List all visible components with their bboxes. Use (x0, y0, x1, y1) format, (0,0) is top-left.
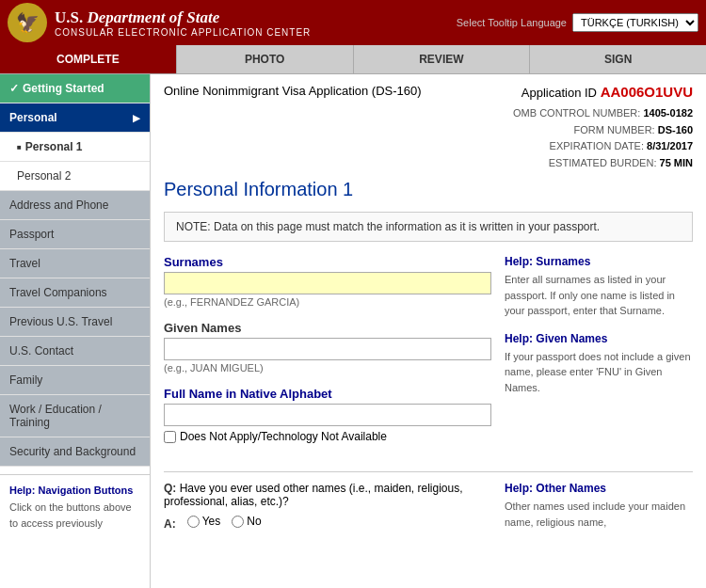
surnames-input[interactable] (164, 272, 491, 294)
no-option[interactable]: No (232, 515, 261, 528)
app-id-area: Application ID AA006O1UVU (521, 84, 693, 100)
no-radio[interactable] (232, 516, 244, 528)
tab-photo[interactable]: PHOTO (177, 45, 354, 73)
native-name-group: Full Name in Native Alphabet Does Not Ap… (164, 387, 491, 443)
native-name-input[interactable] (164, 404, 491, 426)
sidebar-help-title: Help: Navigation Buttons (9, 485, 133, 496)
yes-radio[interactable] (187, 516, 200, 528)
note-box: NOTE: Data on this page must match the i… (164, 212, 693, 242)
dna-checkbox[interactable] (164, 431, 176, 443)
yes-no-row: A: Yes No (164, 512, 491, 531)
sidebar-help: Help: Navigation Buttons Click on the bu… (0, 474, 150, 540)
given-names-input[interactable] (164, 338, 491, 360)
app-id-value: AA006O1UVU (601, 84, 693, 100)
language-selector-area: Select Tooltip Language TÜRKÇE (TURKISH) (457, 13, 698, 32)
nav-tabs: COMPLETE PHOTO REVIEW SIGN (0, 45, 706, 74)
question-text: Have you ever used other names (i.e., ma… (164, 482, 463, 508)
main-layout: Getting Started Personal Personal 1 Pers… (0, 74, 706, 588)
given-names-hint: (e.g., JUAN MIGUEL) (164, 362, 491, 373)
names-section: Surnames (e.g., FERNANDEZ GARCIA) Given … (164, 255, 693, 456)
other-names-row: Q: Have you ever used other names (i.e.,… (164, 482, 693, 531)
given-names-group: Given Names (e.g., JUAN MIGUEL) (164, 321, 491, 373)
names-help-panel: Help: Surnames Enter all surnames as lis… (505, 255, 693, 456)
page-title: Personal Information 1 (164, 179, 693, 200)
surnames-label: Surnames (164, 255, 491, 269)
sidebar-item-security-bg[interactable]: Security and Background (0, 437, 150, 467)
yes-option[interactable]: Yes (187, 515, 221, 528)
help-other-text: Other names used include your maiden nam… (505, 499, 693, 530)
sidebar-item-personal-2[interactable]: Personal 2 (0, 162, 150, 191)
other-names-question: Q: Have you ever used other names (i.e.,… (164, 482, 491, 531)
seal-icon: 🦅 (8, 3, 47, 42)
app-title: Online Nonimmigrant Visa Application (DS… (164, 84, 422, 98)
dept-name: U.S. Department of State (55, 8, 311, 27)
app-header: Online Nonimmigrant Visa Application (DS… (164, 84, 693, 100)
dept-title: U.S. Department of State CONSULAR ELECTR… (55, 8, 311, 38)
other-names-help: Help: Other Names Other names used inclu… (505, 482, 693, 531)
sidebar-item-personal[interactable]: Personal (0, 103, 150, 133)
app-meta: OMB CONTROL NUMBER: 1405-0182 FORM NUMBE… (164, 105, 693, 171)
app-id-label: Application ID (521, 86, 601, 100)
sidebar-item-travel-companions[interactable]: Travel Companions (0, 278, 150, 308)
sidebar-item-work-edu[interactable]: Work / Education / Training (0, 395, 150, 437)
sidebar-item-prev-us-travel[interactable]: Previous U.S. Travel (0, 308, 150, 337)
help-surnames-text: Enter all surnames as listed in your pas… (505, 272, 693, 319)
sidebar-item-address-phone[interactable]: Address and Phone (0, 191, 150, 220)
help-surnames-title: Help: Surnames (505, 255, 693, 268)
sidebar-item-family[interactable]: Family (0, 366, 150, 395)
a-label: A: (164, 517, 176, 531)
help-given-text: If your passport does not include a give… (505, 349, 693, 396)
sidebar-item-travel[interactable]: Travel (0, 249, 150, 278)
page-header: 🦅 U.S. Department of State CONSULAR ELEC… (0, 0, 706, 45)
given-names-label: Given Names (164, 321, 491, 335)
section-divider (164, 471, 693, 472)
lang-label: Select Tooltip Language (457, 17, 567, 28)
q-label: Q: (164, 482, 176, 495)
surnames-hint: (e.g., FERNANDEZ GARCIA) (164, 296, 491, 308)
sidebar-help-text: Click on the buttons above to access pre… (9, 500, 140, 531)
help-given-title: Help: Given Names (505, 332, 693, 345)
sidebar-item-passport[interactable]: Passport (0, 220, 150, 249)
sidebar-item-getting-started[interactable]: Getting Started (0, 74, 150, 103)
dna-label: Does Not Apply/Technology Not Available (180, 430, 387, 443)
dept-subtitle: CONSULAR ELECTRONIC APPLICATION CENTER (55, 27, 311, 38)
sidebar: Getting Started Personal Personal 1 Pers… (0, 74, 151, 588)
tab-review[interactable]: REVIEW (354, 45, 531, 73)
sidebar-item-personal-1[interactable]: Personal 1 (0, 133, 150, 162)
names-fields: Surnames (e.g., FERNANDEZ GARCIA) Given … (164, 255, 491, 456)
main-content: Online Nonimmigrant Visa Application (DS… (151, 74, 706, 588)
language-select[interactable]: TÜRKÇE (TURKISH) (572, 13, 698, 32)
sidebar-item-us-contact[interactable]: U.S. Contact (0, 337, 150, 366)
tab-complete[interactable]: COMPLETE (0, 45, 177, 73)
dna-row: Does Not Apply/Technology Not Available (164, 430, 491, 443)
native-name-label: Full Name in Native Alphabet (164, 387, 491, 401)
tab-sign[interactable]: SIGN (530, 45, 706, 73)
other-names-section: Q: Have you ever used other names (i.e.,… (164, 482, 693, 531)
help-other-title: Help: Other Names (505, 482, 693, 495)
surnames-group: Surnames (e.g., FERNANDEZ GARCIA) (164, 255, 491, 308)
